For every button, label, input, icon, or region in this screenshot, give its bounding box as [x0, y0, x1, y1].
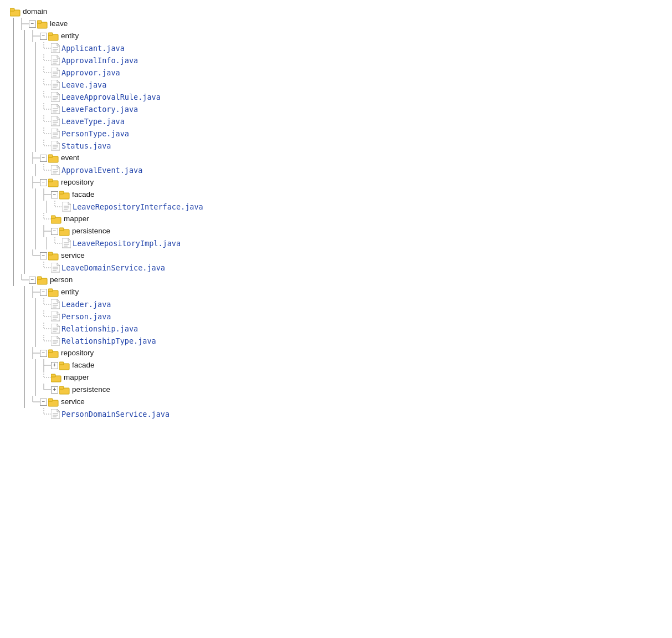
file-label: ApprovalInfo.java: [61, 54, 138, 67]
toggle-box[interactable]: −: [40, 289, 47, 296]
folder-node[interactable]: mapper: [9, 213, 663, 225]
svg-rect-151: [59, 362, 64, 365]
file-icon: [51, 92, 60, 102]
connector: [43, 262, 51, 274]
folder-label: entity: [61, 29, 79, 43]
file-node[interactable]: LeaveFactory.java: [9, 103, 663, 115]
folder-node[interactable]: − event: [9, 152, 663, 164]
file-icon: [51, 299, 60, 309]
indent-guide: [10, 396, 21, 408]
folder-node[interactable]: − persistence: [9, 225, 663, 237]
folder-icon: [48, 287, 59, 297]
file-icon: [51, 80, 60, 90]
toggle-box[interactable]: +: [51, 386, 58, 394]
indent-guide: [10, 310, 21, 323]
svg-rect-159: [59, 386, 64, 389]
folder-node[interactable]: domain: [9, 6, 663, 18]
file-node[interactable]: Leader.java: [9, 298, 663, 310]
toggle-box[interactable]: −: [51, 191, 58, 198]
toggle-box[interactable]: −: [40, 33, 47, 40]
indent-guide: [13, 18, 21, 30]
folder-icon: [10, 7, 21, 17]
indent-guide: [10, 359, 21, 371]
indent-guide: [35, 225, 43, 237]
file-node[interactable]: ApprovalEvent.java: [9, 164, 663, 176]
indent-guide: [24, 371, 32, 384]
toggle-box[interactable]: −: [51, 228, 58, 235]
folder-icon: [48, 348, 59, 358]
indent-guide: [47, 237, 54, 249]
toggle-box[interactable]: −: [29, 21, 36, 28]
indent-guide: [35, 237, 43, 249]
indent-guide: [13, 67, 21, 79]
file-node[interactable]: ApprovalInfo.java: [9, 54, 663, 67]
indent-guide: [13, 54, 21, 67]
toggle-box[interactable]: −: [40, 350, 47, 357]
indent-guide: [24, 396, 32, 408]
indent-guide: [13, 140, 21, 152]
folder-icon: [37, 275, 48, 285]
file-label: Leader.java: [61, 298, 111, 311]
indent-guide: [35, 127, 43, 140]
indent-guide: [21, 408, 32, 420]
toggle-box[interactable]: −: [29, 277, 36, 284]
folder-node[interactable]: − facade: [9, 188, 663, 201]
file-node[interactable]: Applicant.java: [9, 42, 663, 54]
svg-rect-115: [37, 277, 42, 279]
file-icon: [62, 238, 71, 248]
indent-guide: [24, 225, 32, 237]
file-label: LeaveType.java: [61, 115, 125, 128]
indent-guide: [35, 79, 43, 91]
file-node[interactable]: PersonDomainService.java: [9, 408, 663, 420]
file-node[interactable]: LeaveRepositoryImpl.java: [9, 237, 663, 249]
toggle-box[interactable]: −: [40, 252, 47, 259]
file-node[interactable]: Status.java: [9, 140, 663, 152]
folder-node[interactable]: − repository: [9, 176, 663, 188]
folder-node[interactable]: − person: [9, 274, 663, 286]
file-label: LeaveRepositoryInterface.java: [73, 200, 203, 213]
toggle-box[interactable]: −: [40, 155, 47, 162]
folder-node[interactable]: − service: [9, 396, 663, 408]
svg-rect-9: [48, 33, 53, 35]
folder-node[interactable]: − leave: [9, 18, 663, 30]
file-node[interactable]: Approvor.java: [9, 67, 663, 79]
toggle-box[interactable]: −: [40, 399, 47, 406]
indent-guide: [13, 249, 21, 262]
folder-icon: [59, 226, 70, 236]
svg-rect-77: [48, 179, 53, 182]
file-node[interactable]: LeaveApprovalRule.java: [9, 91, 663, 103]
toggle-box[interactable]: −: [40, 179, 47, 186]
indent-guide: [24, 152, 32, 164]
indent-guide: [13, 30, 21, 42]
indent-guide: [24, 79, 32, 91]
folder-node[interactable]: − service: [9, 249, 663, 262]
toggle-box[interactable]: +: [51, 362, 58, 369]
folder-node[interactable]: + persistence: [9, 384, 663, 396]
folder-icon: [48, 31, 59, 41]
indent-guide: [35, 115, 43, 127]
file-label: LeaveApprovalRule.java: [61, 90, 161, 104]
file-node[interactable]: LeaveType.java: [9, 115, 663, 127]
file-label: Status.java: [61, 139, 111, 152]
folder-node[interactable]: − entity: [9, 30, 663, 42]
svg-rect-119: [48, 289, 53, 292]
folder-icon: [51, 214, 62, 224]
folder-label: entity: [61, 285, 79, 299]
file-node[interactable]: Person.java: [9, 310, 663, 323]
indent-guide: [35, 164, 43, 176]
file-node[interactable]: Relationship.java: [9, 323, 663, 335]
indent-guide: [13, 127, 21, 140]
indent-guide: [35, 323, 43, 335]
file-node[interactable]: PersonType.java: [9, 127, 663, 140]
file-node[interactable]: RelationshipType.java: [9, 335, 663, 347]
connector: [21, 18, 29, 30]
indent-guide: [13, 262, 21, 274]
file-node[interactable]: Leave.java: [9, 79, 663, 91]
folder-node[interactable]: − repository: [9, 347, 663, 359]
folder-node[interactable]: mapper: [9, 371, 663, 384]
file-node[interactable]: LeaveDomainService.java: [9, 262, 663, 274]
folder-node[interactable]: + facade: [9, 359, 663, 371]
connector: [43, 140, 51, 152]
file-node[interactable]: LeaveRepositoryInterface.java: [9, 201, 663, 213]
folder-node[interactable]: − entity: [9, 286, 663, 298]
